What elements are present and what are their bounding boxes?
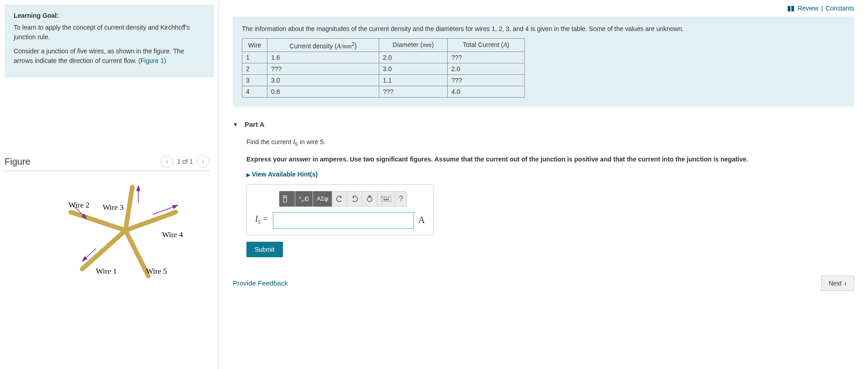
wire2-label: Wire 2 [68,201,89,209]
wire5-label: Wire 5 [146,267,167,275]
chevron-right-icon: › [844,280,847,287]
svg-line-3 [82,230,125,269]
table-row: 33.01.1??? [242,75,525,86]
constants-link[interactable]: Constants [826,5,854,12]
wire3-label: Wire 3 [103,203,124,212]
templates-button[interactable] [279,191,295,207]
table-row: 2???3.02.0 [242,63,525,75]
wire4-label: Wire 4 [162,230,183,239]
undo-icon [336,196,343,202]
svg-rect-18 [381,196,391,202]
variable-label: I5 = [255,214,268,226]
expand-caret-icon: ▶ [246,172,250,177]
redo-icon [351,196,358,202]
figure-panel: Figure ‹ 1 of 1 › [5,155,219,285]
figure-title: Figure [5,156,31,167]
svg-text:a: a [302,199,303,202]
th-diam: Diameter (mm) [379,38,448,52]
svg-rect-22 [388,197,389,198]
question-text: Find the current I5 in wire 5. [246,137,854,148]
keyboard-icon [381,196,391,202]
figure-svg: Wire 2 Wire 3 Wire 4 Wire 1 Wire 5 [30,180,185,285]
fraction-button[interactable]: xa√ [295,191,313,207]
th-tc: Total Current (A) [448,38,525,52]
figure-next-button[interactable]: › [197,155,209,168]
part-a-label: Part A [245,120,265,128]
th-cd: Current density (A/mm2) [267,38,379,52]
answer-input[interactable] [273,212,414,229]
svg-line-0 [71,212,125,230]
undo-button[interactable] [332,191,347,207]
greek-button[interactable]: ΑΣφ [313,191,332,207]
redo-button[interactable] [347,191,362,207]
answer-instructions: Express your answer in amperes. Use two … [246,155,854,164]
data-table: Wire Current density (A/mm2) Diameter (m… [242,38,525,98]
reset-icon [366,195,373,203]
info-text: The information about the magnitudes of … [242,25,845,34]
svg-text:x: x [299,195,301,200]
svg-rect-10 [791,6,794,11]
th-wire: Wire [242,38,267,52]
goal-p2: Consider a junction of five wires, as sh… [14,47,205,66]
svg-rect-23 [383,199,389,200]
left-pane: Learning Goal: To learn to apply the con… [0,0,219,369]
top-links: Review | Constants [233,5,854,12]
figure-link[interactable]: (Figure 1) [138,57,166,64]
next-button[interactable]: Next › [821,275,854,291]
svg-rect-20 [384,197,385,198]
info-box: The information about the magnitudes of … [233,16,854,107]
figure-nav: ‹ 1 of 1 › [161,155,209,168]
svg-rect-12 [284,197,286,198]
svg-line-2 [125,212,176,230]
goal-title: Learning Goal: [14,12,205,19]
collapse-caret-icon: ▼ [233,121,238,128]
table-row: 11.62.0??? [242,52,525,63]
right-pane: Review | Constants The information about… [219,0,868,369]
learning-goal-box: Learning Goal: To learn to apply the con… [5,5,214,78]
help-button[interactable]: ? [395,191,407,207]
svg-line-4 [125,230,148,276]
submit-button[interactable]: Submit [246,242,283,257]
figure-prev-button[interactable]: ‹ [161,155,173,168]
table-row: 40.8???4.0 [242,86,525,98]
answer-box: xa√ ΑΣφ ? I5 = A [246,184,434,235]
goal-p1: To learn to apply the concept of current… [14,23,205,42]
figure-counter: 1 of 1 [177,158,193,165]
equation-toolbar: xa√ ΑΣφ ? [279,191,407,207]
hints-toggle[interactable]: ▶View Available Hint(s) [246,171,318,178]
keyboard-button[interactable] [377,191,395,207]
part-a-header[interactable]: ▼ Part A [233,120,854,128]
svg-rect-21 [386,197,387,198]
svg-rect-9 [788,6,790,11]
svg-line-1 [125,187,132,230]
reset-button[interactable] [362,191,377,207]
svg-rect-19 [382,197,383,198]
wire1-label: Wire 1 [96,267,117,275]
review-link[interactable]: Review [798,5,819,12]
unit-label: A [418,215,425,225]
provide-feedback-link[interactable]: Provide Feedback [233,279,288,287]
review-icon [788,6,794,11]
